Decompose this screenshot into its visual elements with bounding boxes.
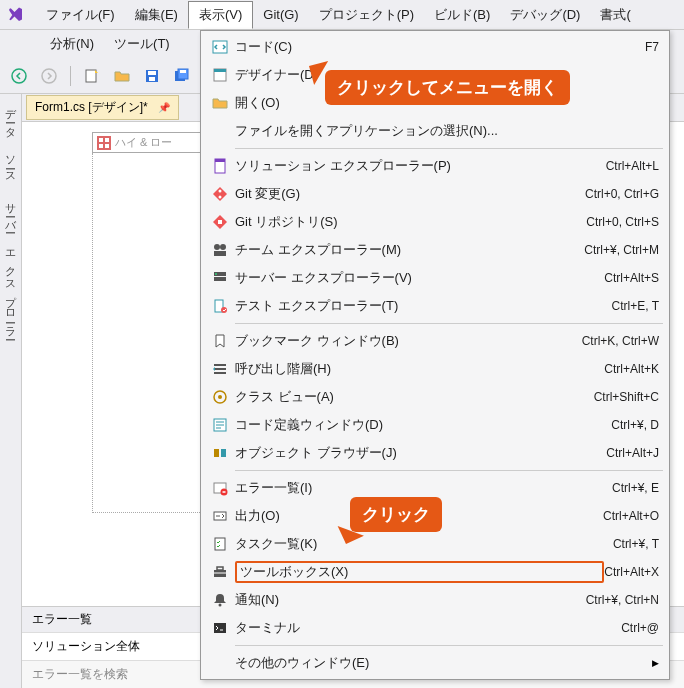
menu-project[interactable]: プロジェクト(P) bbox=[309, 2, 424, 28]
menu-item-label: Git リポジトリ(S) bbox=[235, 213, 586, 231]
menu-item-shortcut: Ctrl+¥, E bbox=[612, 481, 659, 495]
designer-icon bbox=[205, 67, 235, 83]
menu-view[interactable]: 表示(V) bbox=[188, 1, 253, 29]
form-body[interactable] bbox=[92, 153, 212, 513]
callstack-icon bbox=[205, 361, 235, 377]
svg-point-29 bbox=[221, 307, 227, 313]
menu-build[interactable]: ビルド(B) bbox=[424, 2, 500, 28]
menu-item-shortcut: Ctrl+Alt+J bbox=[606, 446, 659, 460]
menu-item-label: ツールボックス(X) bbox=[235, 561, 604, 583]
submenu-arrow-icon: ▶ bbox=[652, 658, 659, 668]
svg-rect-32 bbox=[214, 372, 226, 374]
annotation-text: クリック bbox=[362, 505, 430, 524]
menu-item[interactable]: その他のウィンドウ(E)▶ bbox=[201, 649, 669, 677]
menu-item-label: その他のウィンドウ(E) bbox=[235, 654, 646, 672]
svg-rect-10 bbox=[99, 138, 103, 142]
menu-tools[interactable]: ツール(T) bbox=[104, 31, 180, 57]
git-icon bbox=[205, 186, 235, 202]
pin-icon[interactable]: 📌 bbox=[158, 102, 170, 113]
annotation-open-menu: クリックしてメニューを開く bbox=[325, 70, 570, 105]
menu-item-shortcut: Ctrl+E, T bbox=[612, 299, 659, 313]
view-menu-dropdown: コード(C)F7デザイナー(D)開く(O)ファイルを開くアプリケーションの選択(… bbox=[200, 30, 670, 680]
menu-item[interactable]: Git 変更(G)Ctrl+0, Ctrl+G bbox=[201, 180, 669, 208]
vtab-datasources[interactable]: データ ソース bbox=[0, 94, 21, 188]
menu-format[interactable]: 書式( bbox=[590, 2, 640, 28]
svg-point-22 bbox=[214, 244, 220, 250]
menu-item-shortcut: Ctrl+Shift+C bbox=[594, 390, 659, 404]
open-button[interactable] bbox=[109, 63, 135, 89]
menu-edit[interactable]: 編集(E) bbox=[125, 2, 188, 28]
menu-debug[interactable]: デバッグ(D) bbox=[500, 2, 590, 28]
server-icon bbox=[205, 270, 235, 286]
menu-item-shortcut: Ctrl+¥, D bbox=[611, 418, 659, 432]
menu-item-shortcut: Ctrl+K, Ctrl+W bbox=[582, 334, 659, 348]
objbrowser-icon bbox=[205, 445, 235, 461]
svg-point-23 bbox=[220, 244, 226, 250]
svg-point-44 bbox=[219, 604, 222, 607]
save-all-button[interactable] bbox=[169, 63, 195, 89]
menu-item[interactable]: ファイルを開くアプリケーションの選択(N)... bbox=[201, 117, 669, 145]
menu-item-label: テスト エクスプローラー(T) bbox=[235, 297, 612, 315]
doc-tab-form1[interactable]: Form1.cs [デザイン]* 📌 bbox=[26, 95, 179, 120]
menu-item[interactable]: クラス ビュー(A)Ctrl+Shift+C bbox=[201, 383, 669, 411]
svg-rect-31 bbox=[214, 368, 226, 370]
vs-logo-icon bbox=[6, 5, 26, 25]
svg-rect-41 bbox=[215, 538, 225, 550]
menu-item-label: タスク一覧(K) bbox=[235, 535, 613, 553]
form-caption: ハイ & ロー bbox=[115, 135, 172, 150]
menu-item-shortcut: Ctrl+Alt+K bbox=[604, 362, 659, 376]
menu-item[interactable]: オブジェクト ブラウザー(J)Ctrl+Alt+J bbox=[201, 439, 669, 467]
menu-item-label: ファイルを開くアプリケーションの選択(N)... bbox=[235, 122, 659, 140]
annotation-click: クリック bbox=[350, 497, 442, 532]
menu-item-label: 通知(N) bbox=[235, 591, 586, 609]
menu-item[interactable]: 通知(N)Ctrl+¥, Ctrl+N bbox=[201, 586, 669, 614]
menu-analyze[interactable]: 分析(N) bbox=[40, 31, 104, 57]
svg-rect-5 bbox=[149, 77, 155, 81]
menu-item[interactable]: コード(C)F7 bbox=[201, 33, 669, 61]
menu-item[interactable]: ターミナルCtrl+@ bbox=[201, 614, 669, 642]
svg-rect-8 bbox=[180, 70, 186, 73]
menu-item-shortcut: Ctrl+@ bbox=[621, 621, 659, 635]
vertical-tabs: データ ソース サーバー エクスプローラー bbox=[0, 94, 22, 688]
vtab-server-explorer[interactable]: サーバー エクスプローラー bbox=[0, 188, 21, 344]
notif-icon bbox=[205, 592, 235, 608]
menu-item-shortcut: Ctrl+Alt+X bbox=[604, 565, 659, 579]
menu-item[interactable]: 呼び出し階層(H)Ctrl+Alt+K bbox=[201, 355, 669, 383]
save-button[interactable] bbox=[139, 63, 165, 89]
open-icon bbox=[205, 95, 235, 111]
svg-rect-45 bbox=[214, 623, 226, 633]
menu-git[interactable]: Git(G) bbox=[253, 3, 308, 26]
menu-item-label: クラス ビュー(A) bbox=[235, 388, 594, 406]
menu-item-shortcut: Ctrl+¥, Ctrl+N bbox=[586, 593, 659, 607]
menu-separator bbox=[235, 323, 663, 324]
menu-item[interactable]: サーバー エクスプローラー(V)Ctrl+Alt+S bbox=[201, 264, 669, 292]
form-designer[interactable]: ハイ & ロー bbox=[92, 132, 212, 513]
nav-back-button[interactable] bbox=[6, 63, 32, 89]
menu-item-shortcut: Ctrl+Alt+S bbox=[604, 271, 659, 285]
menu-item-label: ターミナル bbox=[235, 619, 621, 637]
svg-rect-4 bbox=[148, 71, 156, 75]
menu-item[interactable]: ブックマーク ウィンドウ(B)Ctrl+K, Ctrl+W bbox=[201, 327, 669, 355]
svg-point-34 bbox=[218, 395, 222, 399]
svg-rect-12 bbox=[99, 144, 103, 148]
svg-rect-13 bbox=[105, 144, 109, 148]
menu-item[interactable]: ツールボックス(X)Ctrl+Alt+X bbox=[201, 558, 669, 586]
output-icon bbox=[205, 508, 235, 524]
menu-item[interactable]: Git リポジトリ(S)Ctrl+0, Ctrl+S bbox=[201, 208, 669, 236]
menubar: ファイル(F) 編集(E) 表示(V) Git(G) プロジェクト(P) ビルド… bbox=[0, 0, 684, 30]
new-button[interactable] bbox=[79, 63, 105, 89]
menu-item[interactable]: タスク一覧(K)Ctrl+¥, T bbox=[201, 530, 669, 558]
menu-item[interactable]: ソリューション エクスプローラー(P)Ctrl+Alt+L bbox=[201, 152, 669, 180]
code-icon bbox=[205, 39, 235, 55]
svg-rect-37 bbox=[221, 449, 226, 457]
menu-separator bbox=[235, 645, 663, 646]
nav-fwd-button[interactable] bbox=[36, 63, 62, 89]
terminal-icon bbox=[205, 620, 235, 636]
menu-file[interactable]: ファイル(F) bbox=[36, 2, 125, 28]
menu-item-label: コード(C) bbox=[235, 38, 645, 56]
menu-item[interactable]: チーム エクスプローラー(M)Ctrl+¥, Ctrl+M bbox=[201, 236, 669, 264]
menu-item-shortcut: Ctrl+¥, Ctrl+M bbox=[584, 243, 659, 257]
menu-item[interactable]: テスト エクスプローラー(T)Ctrl+E, T bbox=[201, 292, 669, 320]
menu-item[interactable]: コード定義ウィンドウ(D)Ctrl+¥, D bbox=[201, 411, 669, 439]
test-icon bbox=[205, 298, 235, 314]
